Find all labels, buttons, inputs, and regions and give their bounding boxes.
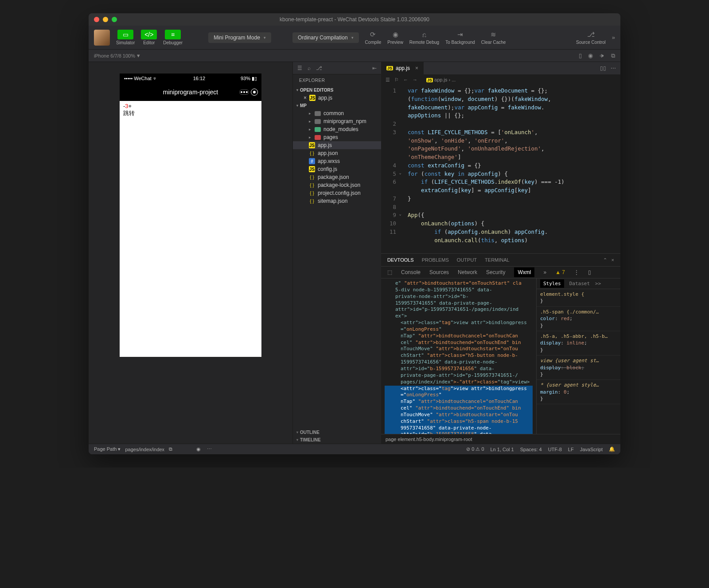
file-item[interactable]: #app.wxss xyxy=(293,157,381,165)
close-window-button[interactable] xyxy=(94,17,99,22)
sources-tab[interactable]: Sources xyxy=(429,269,449,275)
more-icon[interactable]: ⋯ xyxy=(207,446,212,452)
dock-icon[interactable]: ▯ xyxy=(588,269,591,275)
more-icon[interactable]: ⋮ xyxy=(574,269,579,275)
compilation-mode-dropdown[interactable]: Ordinary Compilation xyxy=(292,32,359,43)
style-rule[interactable]: view {user agent st… display: block;} xyxy=(537,356,620,380)
file-item[interactable]: JSapp.js xyxy=(293,141,381,149)
outline-section[interactable]: OUTLINE xyxy=(293,429,381,436)
file-item[interactable]: ▸miniprogram_npm xyxy=(293,117,381,125)
output-tab[interactable]: OUTPUT xyxy=(457,257,477,263)
more-icon[interactable]: ⋯ xyxy=(611,65,616,71)
file-item[interactable]: { }app.json xyxy=(293,149,381,157)
main-toolbar: ▭ Simulator </> Editor ≡ Debugger Mini P… xyxy=(89,26,620,50)
element-path[interactable]: page element.h5-body.miniprogram-root xyxy=(386,437,472,442)
debugger-toggle[interactable]: ≡ Debugger xyxy=(163,30,183,45)
file-item[interactable]: { }package-lock.json xyxy=(293,181,381,189)
breadcrumb[interactable]: JS app.js › ... xyxy=(426,77,456,82)
style-rule[interactable]: element.style {} xyxy=(537,289,620,307)
timeline-section[interactable]: TIMELINE xyxy=(293,436,381,444)
code-editor[interactable]: 12345⌄6789⌄1011 var fakeWindow = {};var … xyxy=(381,85,620,253)
background-button[interactable]: ⇥ To Background xyxy=(445,30,475,45)
copy-path-icon[interactable]: ⧉ xyxy=(169,446,172,452)
file-item[interactable]: { }sitemap.json xyxy=(293,197,381,205)
user-avatar[interactable] xyxy=(94,30,110,46)
list-icon[interactable]: ☰ xyxy=(297,65,302,71)
network-tab[interactable]: Network xyxy=(458,269,477,275)
devtools-tab[interactable]: DEVTOOLS xyxy=(387,257,414,263)
overflow-icon[interactable]: » xyxy=(612,34,615,41)
language[interactable]: JavaScript xyxy=(580,447,603,452)
bookmark-icon[interactable]: ⚐ xyxy=(394,77,399,83)
warning-badge[interactable]: ▲ 7 xyxy=(555,269,565,275)
compile-button[interactable]: ⟳ Compile xyxy=(365,30,382,45)
indentation[interactable]: Spaces: 4 xyxy=(520,447,542,452)
record-icon[interactable]: ◉ xyxy=(588,52,593,59)
security-tab[interactable]: Security xyxy=(486,269,505,275)
capsule-menu[interactable] xyxy=(239,89,249,95)
wxml-tree[interactable]: e" "attr">bindtouchstart="onTouchStart" … xyxy=(381,279,536,434)
page-path-label[interactable]: Page Path ▾ xyxy=(94,446,121,452)
sub-toolbar: iPhone 6/7/8 100% ▾ ▯ ◉ 🕩 ⧉ xyxy=(89,50,620,62)
page-path[interactable]: pages/index/index xyxy=(125,447,164,452)
file-item[interactable]: { }package.json xyxy=(293,173,381,181)
remote-debug-button[interactable]: ⎌ Remote Debug xyxy=(409,30,439,45)
clear-cache-button[interactable]: ≋ Clear Cache xyxy=(481,30,506,45)
capsule-close[interactable] xyxy=(251,89,258,96)
branch-icon[interactable]: ⎇ xyxy=(316,65,322,71)
style-rule[interactable]: .h5-a, .h5-abbr, .h5-b… display: inline;… xyxy=(537,331,620,356)
problems-tab[interactable]: PROBLEMS xyxy=(422,257,449,263)
rotate-icon[interactable]: ▯ xyxy=(579,52,582,59)
collapse-icon[interactable]: ⇤ xyxy=(372,65,377,71)
file-item[interactable]: ▸pages xyxy=(293,133,381,141)
close-icon[interactable]: × xyxy=(612,257,614,263)
forward-icon[interactable]: → xyxy=(413,77,417,82)
file-item[interactable]: ▸node_modules xyxy=(293,125,381,133)
file-item[interactable]: ▸common xyxy=(293,109,381,117)
tab-close-icon[interactable]: × xyxy=(415,65,418,71)
back-icon[interactable]: ← xyxy=(403,77,408,82)
open-editor-item[interactable]: × JS app.js xyxy=(293,94,381,102)
editor-tab[interactable]: JS app.js × xyxy=(381,62,424,74)
device-selector[interactable]: iPhone 6/7/8 100% xyxy=(94,53,135,58)
split-icon[interactable]: ▯▯ xyxy=(600,65,606,71)
eye-icon[interactable]: ◉ xyxy=(196,446,201,452)
preview-button[interactable]: ◉ Preview xyxy=(387,30,403,45)
minimize-window-button[interactable] xyxy=(103,17,108,22)
close-icon[interactable]: × xyxy=(304,95,307,101)
terminal-tab[interactable]: TERMINAL xyxy=(485,257,510,263)
inspect-icon[interactable]: ⬚ xyxy=(387,269,392,275)
overflow-icon[interactable]: » xyxy=(543,269,546,275)
nav-link[interactable]: 跳转 xyxy=(123,109,258,117)
problems-count[interactable]: ⊘ 0 ⚠ 0 xyxy=(466,446,484,452)
cursor-position[interactable]: Ln 1, Col 1 xyxy=(491,447,514,452)
styles-overflow[interactable]: >> xyxy=(595,281,601,286)
search-icon[interactable]: ⌕ xyxy=(308,65,311,71)
style-rule[interactable]: * {user agent style… margin: 0;} xyxy=(537,380,620,404)
simulator-toggle[interactable]: ▭ Simulator xyxy=(116,30,135,45)
eol[interactable]: LF xyxy=(568,447,574,452)
encoding[interactable]: UTF-8 xyxy=(548,447,562,452)
bell-icon[interactable]: 🔔 xyxy=(609,446,615,452)
copy-icon[interactable]: ⧉ xyxy=(611,52,615,59)
devtools-crumb: page element.h5-body.miniprogram-root xyxy=(381,434,620,444)
source-control-button[interactable]: ⎇ Source Control xyxy=(576,30,606,45)
editor-toggle[interactable]: </> Editor xyxy=(141,30,157,45)
file-item[interactable]: JSconfig.js xyxy=(293,165,381,173)
wxml-tab[interactable]: Wxml xyxy=(514,267,534,277)
chevron-up-icon[interactable]: ⌃ xyxy=(603,257,607,263)
root-folder[interactable]: MP xyxy=(293,102,381,109)
mute-icon[interactable]: 🕩 xyxy=(599,52,605,59)
counter-plus[interactable]: + xyxy=(129,103,132,109)
styles-tab[interactable]: Styles xyxy=(540,279,564,288)
open-editors-section[interactable]: OPEN EDITORS xyxy=(293,86,381,94)
dataset-tab[interactable]: Dataset xyxy=(569,281,590,286)
file-item[interactable]: { }project.config.json xyxy=(293,189,381,197)
console-tab[interactable]: Console xyxy=(401,269,421,275)
phone-content[interactable]: -3+ 跳转 xyxy=(120,101,261,357)
maximize-window-button[interactable] xyxy=(112,17,117,22)
js-icon: JS xyxy=(309,95,316,101)
program-mode-dropdown[interactable]: Mini Program Mode xyxy=(208,32,271,43)
toc-icon[interactable]: ☰ xyxy=(386,77,390,83)
style-rule[interactable]: .h5-span {./common/… color: red;} xyxy=(537,307,620,331)
